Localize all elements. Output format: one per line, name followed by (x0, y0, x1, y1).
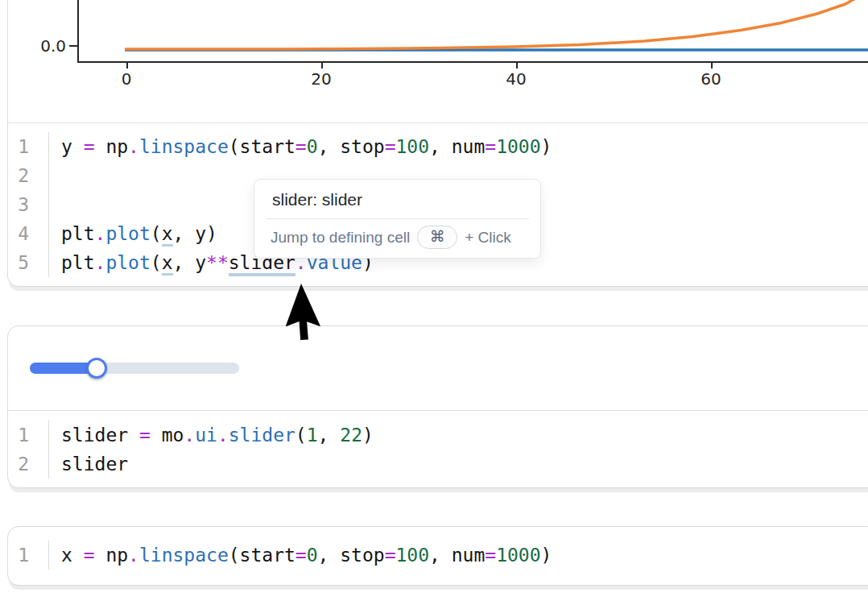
x-tick-mark (321, 63, 323, 68)
code-token: , y (173, 252, 207, 273)
code-token: = (485, 136, 496, 157)
y-tick-mark (69, 45, 77, 47)
code-line[interactable]: 2slider (8, 450, 868, 479)
tooltip-hint-text: Jump to defining cell (271, 229, 410, 247)
code-token: linspace (139, 545, 229, 566)
code-token: . (95, 252, 106, 273)
code-token: (start (229, 545, 296, 566)
code-token: np (95, 545, 129, 566)
code-text: x = np.linspace(start=0, stop=100, num=1… (49, 541, 552, 570)
x-axis-spine (77, 61, 868, 63)
code-text (49, 161, 61, 190)
code-token: (start (229, 136, 296, 157)
marimo-notebook: 0.0 0 20 40 60 1y = np.linspace(start=0,… (0, 0, 868, 601)
cell-x-definition: 1x = np.linspace(start=0, stop=100, num=… (7, 526, 868, 586)
x-tick-mark (126, 63, 128, 68)
code-token: , stop (318, 545, 385, 566)
code-token: = (385, 545, 396, 566)
plot-output: 0.0 0 20 40 60 (8, 0, 868, 122)
code-token: ui (195, 425, 217, 446)
line-number: 1 (8, 132, 49, 161)
variable-tooltip: slider: slider Jump to defining cell ⌘ +… (254, 179, 541, 259)
code-token: ** (206, 252, 229, 273)
code-token: plot (105, 252, 150, 273)
code-token: ( (151, 223, 162, 244)
series-orange-line (125, 0, 857, 49)
x-tick-label: 20 (297, 69, 345, 89)
tooltip-hint-row: Jump to defining cell ⌘ + Click (254, 219, 540, 258)
code-text (49, 190, 61, 219)
line-number: 3 (8, 190, 49, 219)
code-token: 1 (307, 425, 318, 446)
code-token: , num (429, 545, 485, 566)
code-token: 1000 (496, 545, 540, 566)
code-token: linspace (139, 136, 229, 157)
code-token: plot (105, 223, 150, 244)
plot-canvas (79, 0, 868, 61)
code-line[interactable]: 1x = np.linspace(start=0, stop=100, num=… (8, 541, 868, 570)
code-token: , y) (173, 223, 217, 244)
code-token: , stop (318, 136, 385, 157)
code-token: = (296, 136, 307, 157)
code-token: slider (229, 425, 296, 446)
code-token: slider (61, 454, 128, 475)
tooltip-title: slider: slider (254, 180, 540, 218)
code-line[interactable]: 1y = np.linspace(start=0, stop=100, num=… (8, 132, 868, 161)
slider-handle[interactable] (86, 358, 107, 379)
code-token: = (139, 425, 151, 446)
line-number: 2 (8, 161, 49, 190)
code-token: x (61, 545, 84, 566)
y-tick-label: 0.0 (40, 36, 66, 56)
code-token: 0 (307, 136, 318, 157)
mouse-cursor-icon (286, 279, 344, 353)
code-token: , num (429, 136, 485, 157)
x-tick-label: 0 (102, 69, 151, 89)
code-token: , (318, 425, 341, 446)
line-number: 4 (8, 219, 49, 248)
code-token: = (84, 545, 95, 566)
code-token: ( (296, 425, 307, 446)
code-token: 0 (307, 545, 318, 566)
code-editor[interactable]: 1slider = mo.ui.slider(1, 22)2slider (8, 410, 868, 488)
code-token: ( (151, 252, 162, 273)
code-text: y = np.linspace(start=0, stop=100, num=1… (49, 132, 552, 161)
code-token: = (296, 545, 307, 566)
code-line[interactable]: 1slider = mo.ui.slider(1, 22) (8, 421, 868, 450)
cell-slider: 1slider = mo.ui.slider(1, 22)2slider (7, 325, 868, 488)
code-token: slider (61, 425, 139, 446)
line-number: 5 (8, 248, 49, 277)
code-text: plt.plot(x, y) (49, 219, 217, 248)
code-token: . (128, 136, 139, 157)
code-token: . (184, 425, 195, 446)
slider-track[interactable] (30, 363, 239, 374)
x-variable-reference[interactable]: x (162, 223, 173, 247)
code-token: ) (541, 545, 552, 566)
line-number: 1 (8, 421, 49, 450)
code-token: plt (61, 252, 95, 273)
code-token: 100 (396, 136, 430, 157)
x-tick-label: 60 (687, 69, 735, 89)
slider-output (8, 326, 868, 410)
x-tick-label: 40 (492, 69, 540, 89)
tooltip-hint-suffix: + Click (465, 229, 511, 247)
code-text: slider (49, 450, 128, 479)
line-number: 1 (8, 541, 49, 570)
command-key-badge: ⌘ (417, 226, 457, 249)
code-text: slider = mo.ui.slider(1, 22) (49, 421, 374, 450)
code-token: mo (151, 425, 184, 446)
code-token: ) (362, 425, 374, 446)
x-tick-mark (516, 63, 518, 68)
code-token: = (385, 136, 396, 157)
code-token: . (217, 425, 229, 446)
code-token: np (95, 136, 129, 157)
code-token: y (61, 136, 84, 157)
x-variable-reference[interactable]: x (162, 252, 173, 276)
code-token: plt (61, 223, 95, 244)
code-token: = (84, 136, 95, 157)
code-token: . (128, 545, 139, 566)
code-token: 22 (340, 425, 362, 446)
code-editor[interactable]: 1x = np.linspace(start=0, stop=100, num=… (8, 527, 868, 583)
code-token: . (95, 223, 106, 244)
code-token: 1000 (496, 136, 540, 157)
code-token: ) (541, 136, 552, 157)
